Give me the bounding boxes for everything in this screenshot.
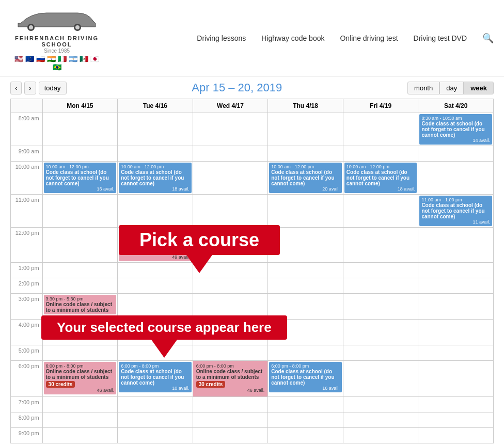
mon-9pm [42,428,118,443]
thu-6pm-event[interactable]: 6:00 pm - 8:00 pm Code class at school (… [269,362,342,392]
nav-driving-lessons[interactable]: Driving lessons [197,34,246,42]
time-label-3pm: 3:00 pm [11,294,43,320]
wed-6pm-event[interactable]: 6:00 pm - 8:00 pm Online code class / su… [194,362,267,394]
time-label-5pm: 5:00 pm [11,345,43,361]
sat-8pm [418,412,494,428]
event-title: Code class at school (do not forget to c… [346,169,415,186]
sat-11am[interactable]: 11:00 am - 1:00 pm Code class at school … [418,195,494,228]
sat-7pm [418,397,494,412]
time-label-7pm: 7:00 pm [11,397,43,412]
logo-text: Fehrenbach Driving School [10,35,103,47]
mon-6pm-event[interactable]: 6:00 pm - 8:00 pm Online code class / su… [44,362,117,394]
tue-10am[interactable]: 10:00 am - 12:00 pm Code class at school… [118,162,193,195]
wed-8am [193,113,268,146]
fri-10am-event[interactable]: 10:00 am - 12:00 pm Code class at school… [344,163,417,193]
thu-10am-event[interactable]: 10:00 am - 12:00 pm Code class at school… [269,163,342,193]
thu-6pm[interactable]: 6:00 pm - 8:00 pm Code class at school (… [268,361,343,397]
fri-1pm [343,263,418,278]
tue-6pm-event[interactable]: 6:00 pm - 8:00 pm Code class at school (… [119,362,192,392]
today-button[interactable]: today [39,82,67,94]
mon-330pm-event[interactable]: 3:30 pm - 5:30 pm Online code class / su… [44,295,117,314]
fri-4pm [343,320,418,345]
avail-badge: 16 avail. [46,186,115,192]
thu-9pm [268,428,343,443]
fri-8pm [343,412,418,428]
time-label-11am: 11:00 am [11,195,43,228]
calendar-title: Apr 15 – 20, 2019 [192,81,282,94]
avail-badge: 14 avail. [421,138,490,143]
mon-8pm [42,412,118,428]
fri-11am [343,195,418,228]
table-row: 6:00 pm 6:00 pm - 8:00 pm Online code cl… [11,361,494,397]
sat-9am [418,146,494,162]
time-label-4pm: 4:00 pm [11,320,43,345]
week-view-button[interactable]: week [464,82,494,94]
mon-11am [42,195,118,228]
event-time: 10:00 am - 12:00 pm [346,164,415,169]
credits-badge: 30 credits [46,381,75,388]
day-header-thu: Thu 4/18 [268,99,343,113]
event-title: Code class at school (do not forget to c… [121,369,190,386]
avail-badge: 18 avail. [346,186,415,192]
event-time: 10:00 am - 12:00 pm [46,164,115,169]
wed-6pm[interactable]: 6:00 pm - 8:00 pm Online code class / su… [193,361,268,397]
nav-dvd[interactable]: Driving test DVD [414,34,467,42]
day-header-mon: Mon 4/15 [42,99,118,113]
time-label-8am: 8:00 am [11,113,43,146]
selected-course-label: Your selected course appear here [41,315,287,340]
tue-8am [118,113,193,146]
event-time: 8:30 am - 10:30 am [421,116,490,121]
day-header-wed: Wed 4/17 [193,99,268,113]
time-header [11,99,43,113]
nav-highway-code[interactable]: Highway code book [261,34,324,42]
sat-4pm [418,320,494,345]
thu-8pm [268,412,343,428]
mon-10am-event[interactable]: 10:00 am - 12:00 pm Code class at school… [44,163,117,193]
avail-badge: 46 avail. [196,388,265,393]
sat-12pm [418,228,494,263]
sat-8am[interactable]: 8:30 am - 10:30 am Code class at school … [418,113,494,146]
thu-10am[interactable]: 10:00 am - 12:00 pm Code class at school… [268,162,343,195]
sat-830am-event[interactable]: 8:30 am - 10:30 am Code class at school … [419,114,492,145]
event-title: Code class at school (do not forget to c… [121,169,190,186]
wed-10am [193,162,268,195]
prev-button[interactable]: ‹ [10,82,22,94]
view-buttons: month day week [407,82,494,94]
fri-6pm [343,361,418,397]
day-header-sat: Sat 4/20 [418,99,494,113]
fri-10am[interactable]: 10:00 am - 12:00 pm Code class at school… [343,162,418,195]
mon-8am [42,113,118,146]
table-row: 10:00 am 10:00 am - 12:00 pm Code class … [11,162,494,195]
tue-6pm[interactable]: 6:00 pm - 8:00 pm Code class at school (… [118,361,193,397]
logo-since: Since 1985 [10,48,103,54]
tue-11am [118,195,193,228]
tue-10am-event[interactable]: 10:00 am - 12:00 pm Code class at school… [119,163,192,193]
tue-9am [118,146,193,162]
nav-online-test[interactable]: Online driving test [340,34,398,42]
tue-7pm [118,397,193,412]
mon-6pm[interactable]: 6:00 pm - 8:00 pm Online code class / su… [42,361,118,397]
logo: Fehrenbach Driving School Since 1985 🇺🇸 … [10,5,103,71]
avail-badge: 11 avail. [421,219,490,225]
time-label-9pm: 9:00 pm [11,428,43,443]
month-view-button[interactable]: month [407,82,439,94]
mon-2pm [42,278,118,294]
pick-course-arrow [186,255,212,273]
fri-3pm [343,294,418,320]
mon-10am[interactable]: 10:00 am - 12:00 pm Code class at school… [42,162,118,195]
next-button[interactable]: › [24,82,36,94]
event-time: 11:00 am - 1:00 pm [421,197,490,202]
sat-3pm [418,294,494,320]
event-title: Online code class / subject to a minimum… [46,369,115,380]
sat-6pm [418,361,494,397]
search-icon[interactable]: 🔍 [482,33,494,44]
sat-11am-event[interactable]: 11:00 am - 1:00 pm Code class at school … [419,196,492,226]
time-label-8pm: 8:00 pm [11,412,43,428]
table-row: 2:00 pm [11,278,494,294]
day-view-button[interactable]: day [439,82,464,94]
event-title: Code class at school (do not forget to c… [421,202,490,219]
sat-2pm [418,278,494,294]
table-row: 11:00 am 11:00 am - 1:00 pm Code class a… [11,195,494,228]
time-label-6pm: 6:00 pm [11,361,43,397]
time-label-1pm: 1:00 pm [11,263,43,278]
